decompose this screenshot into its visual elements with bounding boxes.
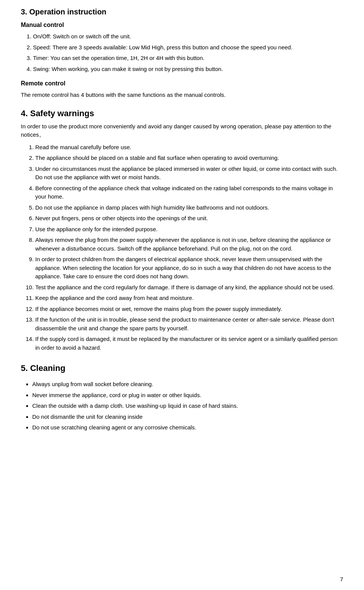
section-4: 4. Safety warnings In order to use the p… xyxy=(21,109,343,352)
remote-control-section: Remote control The remote control has 4 … xyxy=(21,80,343,99)
list-item: Test the appliance and the cord regularl… xyxy=(35,283,343,292)
list-item: If the function of the unit is in troubl… xyxy=(35,316,343,333)
list-item: On/Off: Switch on or switch off the unit… xyxy=(33,32,343,41)
list-item: Keep the appliance and the cord away fro… xyxy=(35,294,343,303)
remote-control-title: Remote control xyxy=(21,80,343,87)
remote-control-description: The remote control has 4 buttons with th… xyxy=(21,91,343,99)
list-item: Read the manual carefully before use. xyxy=(35,143,343,152)
manual-control-title: Manual control xyxy=(21,22,343,28)
section-5: 5. Cleaning Always unplug from wall sock… xyxy=(21,363,343,432)
list-item: Timer: You can set the operation time, 1… xyxy=(33,54,343,63)
list-item: Always unplug from wall socket before cl… xyxy=(32,380,343,389)
section-5-title: 5. Cleaning xyxy=(21,363,343,373)
list-item: If the supply cord is damaged, it must b… xyxy=(35,335,343,352)
list-item: Do not use the appliance in damp places … xyxy=(35,204,343,212)
section-3-title: 3. Operation instruction xyxy=(21,8,343,16)
list-item: Do not use scratching cleaning agent or … xyxy=(32,423,343,432)
list-item: Clean the outside with a damp cloth. Use… xyxy=(32,402,343,410)
page-number: 7 xyxy=(340,576,343,582)
section-4-title: 4. Safety warnings xyxy=(21,109,343,118)
list-item: Swing: When working, you can make it swi… xyxy=(33,65,343,74)
list-item: Never put fingers, pens or other objects… xyxy=(35,214,343,223)
list-item: If the appliance becomes moist or wet, r… xyxy=(35,305,343,314)
list-item: In order to protect children from the da… xyxy=(35,255,343,281)
manual-control-list: On/Off: Switch on or switch off the unit… xyxy=(33,32,343,73)
list-item: The appliance should be placed on a stab… xyxy=(35,154,343,162)
list-item: Speed: There are 3 speeds available: Low… xyxy=(33,43,343,52)
list-item: Before connecting of the appliance check… xyxy=(35,184,343,201)
list-item: Use the appliance only for the intended … xyxy=(35,225,343,234)
safety-list: Read the manual carefully before use. Th… xyxy=(28,143,343,352)
safety-intro-text: In order to use the product more conveni… xyxy=(21,122,343,139)
list-item: Always remove the plug from the power su… xyxy=(35,236,343,253)
cleaning-list: Always unplug from wall socket before cl… xyxy=(32,380,343,432)
list-item: Under no circumstances must the applianc… xyxy=(35,165,343,182)
section-3: 3. Operation instruction Manual control … xyxy=(21,8,343,99)
list-item: Do not dismantle the unit for cleaning i… xyxy=(32,413,343,421)
list-item: Never immerse the appliance, cord or plu… xyxy=(32,391,343,400)
